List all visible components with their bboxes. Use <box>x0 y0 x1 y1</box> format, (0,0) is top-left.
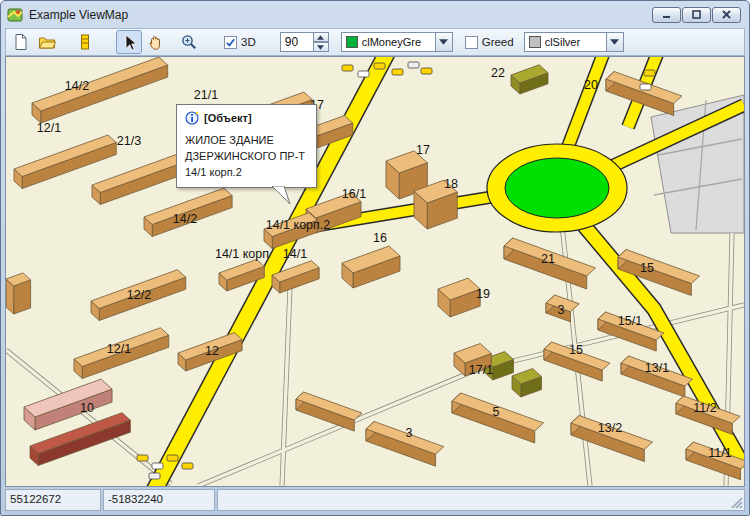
map-label: 21/3 <box>117 134 141 148</box>
vehicle-icon <box>392 69 403 75</box>
map-label: 21/1 <box>194 88 218 102</box>
angle-spinner-field[interactable]: 90 <box>280 32 314 52</box>
map-label: 21 <box>541 252 555 266</box>
map-label: 11/2 <box>693 401 716 415</box>
minimize-icon <box>662 10 671 19</box>
tooltip-tail <box>269 186 293 206</box>
vehicle-icon <box>644 70 655 76</box>
map-label: 12/1 <box>107 342 131 356</box>
vehicle-icon <box>149 473 160 479</box>
map-label: 14/1 корп.2 <box>266 218 331 232</box>
spinner-up-icon <box>317 35 324 40</box>
map-label: 13/2 <box>598 421 622 435</box>
map-label: 14/2 <box>65 79 89 93</box>
line-color-combo[interactable]: clSilver <box>524 32 624 52</box>
map-label: 22 <box>491 66 505 80</box>
vehicle-icon <box>152 463 163 469</box>
open-folder-icon <box>38 33 56 51</box>
vehicle-icon <box>374 63 385 69</box>
spinner-up-button[interactable] <box>314 32 329 42</box>
pan-tool-button[interactable] <box>142 30 168 54</box>
map-label: 12 <box>205 344 219 358</box>
chevron-down-icon <box>610 39 619 45</box>
chevron-down-icon <box>439 39 448 45</box>
info-icon <box>185 111 199 125</box>
window-title: Example ViewMap <box>29 8 128 22</box>
map-label: 14/1 корп <box>215 247 269 261</box>
line-color-dropdown-button[interactable] <box>606 33 623 51</box>
map-label: 17/1 <box>469 363 493 377</box>
app-icon <box>7 7 23 23</box>
map-label: 3 <box>558 303 565 317</box>
map-label: 19 <box>476 287 490 301</box>
vehicle-icon <box>421 68 432 74</box>
map-label: 12/2 <box>127 288 151 302</box>
tooltip-title: [Объект] <box>204 112 252 124</box>
map-label: 17 <box>416 143 430 157</box>
window-controls <box>652 7 743 23</box>
map-label: 3 <box>406 426 413 440</box>
status-spacer <box>217 489 745 511</box>
map-tooltip: [Объект] ЖИЛОЕ ЗДАНИЕ ДЗЕРЖИНСКОГО ПР-Т … <box>176 104 317 188</box>
legend-button[interactable] <box>72 30 98 54</box>
spinner-down-icon <box>317 45 324 50</box>
select-tool-button[interactable] <box>116 30 142 54</box>
fill-color-value: clMoneyGre <box>362 36 435 48</box>
zoom-icon <box>180 33 198 51</box>
vehicle-icon <box>167 455 178 461</box>
map-label: 16 <box>373 231 387 245</box>
map-canvas[interactable]: 14/221/112/121/3172220171816/11614/214/1… <box>6 57 745 486</box>
fill-color-dropdown-button[interactable] <box>435 33 452 51</box>
close-icon <box>722 10 731 19</box>
tooltip-line-1: ЖИЛОЕ ЗДАНИЕ <box>185 134 308 148</box>
map-label: 12/1 <box>37 121 61 135</box>
map-label: 10 <box>80 401 94 415</box>
app-window: Example ViewMap <box>0 0 750 516</box>
legend-icon <box>76 33 94 51</box>
checkmark-icon <box>225 37 236 48</box>
maximize-icon <box>692 10 701 19</box>
greed-checkbox-label: Greed <box>482 36 514 48</box>
greed-checkbox[interactable] <box>465 36 478 49</box>
line-color-value: clSilver <box>545 36 606 48</box>
map-area[interactable]: 14/221/112/121/3172220171816/11614/214/1… <box>5 56 745 487</box>
resize-grip[interactable] <box>729 495 743 509</box>
statusbar: 55122672 -51832240 <box>5 489 745 511</box>
tooltip-line-2: ДЗЕРЖИНСКОГО ПР-Т <box>185 150 308 164</box>
3d-checkbox[interactable] <box>224 36 237 49</box>
map-label: 20 <box>584 78 598 92</box>
status-coord-x: 55122672 <box>5 489 101 511</box>
minimize-button[interactable] <box>652 7 681 23</box>
fill-color-swatch <box>346 36 358 48</box>
hand-icon <box>146 33 164 51</box>
line-color-swatch <box>529 36 541 48</box>
map-label: 15 <box>569 343 583 357</box>
map-label: 18 <box>444 177 458 191</box>
map-label: 5 <box>493 405 500 419</box>
map-label: 14/1 <box>283 247 307 261</box>
map-label: 11/1 <box>708 446 731 460</box>
open-button[interactable] <box>34 30 60 54</box>
select-arrow-icon <box>120 33 138 51</box>
map-label: 15 <box>640 261 654 275</box>
vehicle-icon <box>358 71 369 77</box>
vehicle-icon <box>137 455 148 461</box>
tooltip-line-3: 14/1 корп.2 <box>185 166 308 180</box>
new-button[interactable] <box>8 30 34 54</box>
zoom-tool-button[interactable] <box>176 30 202 54</box>
titlebar[interactable]: Example ViewMap <box>5 1 745 28</box>
spinner-down-button[interactable] <box>314 42 329 52</box>
status-coord-y: -51832240 <box>103 489 215 511</box>
vehicle-icon <box>182 463 193 469</box>
vehicle-icon <box>342 65 353 71</box>
close-button[interactable] <box>712 7 741 23</box>
toolbar: 3D 90 clMoneyGre Greed <box>5 28 745 56</box>
fill-color-combo[interactable]: clMoneyGre <box>341 32 453 52</box>
maximize-button[interactable] <box>682 7 711 23</box>
new-document-icon <box>12 33 30 51</box>
roundabout-green <box>505 158 609 218</box>
map-label: 13/1 <box>645 361 669 375</box>
map-label: 15/1 <box>618 314 642 328</box>
angle-spinner: 90 <box>280 32 329 52</box>
3d-checkbox-label: 3D <box>241 36 256 48</box>
